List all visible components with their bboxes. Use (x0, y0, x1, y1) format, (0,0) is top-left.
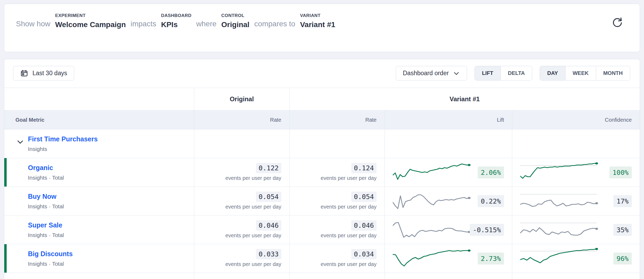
confidence-value: 35% (613, 224, 632, 236)
experiment-label: EXPERIMENT (55, 13, 126, 18)
lift-value: 2.06% (478, 166, 504, 178)
table-row: Big Discounts Insights · Total 0.033 eve… (4, 244, 640, 273)
control-label: CONTROL (221, 13, 250, 18)
control-rate-cell: 0.054 events per user per day (194, 187, 289, 215)
variant-rate-cell: 0.054 events per user per day (289, 187, 385, 215)
lift-cell: -0.515% (385, 215, 512, 244)
lift-value: -0.515% (470, 224, 504, 236)
dashboard-value[interactable]: KPIs (161, 21, 191, 29)
phrase-text: compares to (254, 20, 295, 29)
report-card: Last 30 days Dashboard order LIFT DELTA … (4, 59, 640, 279)
metric-cell: Big Discounts Insights · Total (4, 244, 194, 273)
confidence-cell: 17% (512, 187, 640, 215)
phrase-text: impacts (131, 20, 156, 29)
lift-cell: 2.06% (385, 158, 512, 187)
report-toolbar: Last 30 days Dashboard order LIFT DELTA … (4, 59, 640, 88)
lift-sparkline (393, 248, 473, 269)
control-rate-value: 0.033 (256, 249, 281, 259)
col-control-rate: Rate (194, 111, 289, 129)
metric-subtitle: Insights · Total (28, 261, 194, 267)
control-rate-cell: 0.122 events per user per day (194, 158, 289, 187)
variant-value[interactable]: Variant #1 (300, 21, 335, 29)
dashboard-order-dropdown[interactable]: Dashboard order (396, 66, 467, 81)
date-range-button[interactable]: Last 30 days (13, 66, 74, 81)
parent-metric-cell: First Time Purchasers Insights (4, 129, 194, 158)
parent-metric-link[interactable]: First Time Purchasers (28, 135, 98, 143)
metric-subtitle: Insights · Total (28, 203, 194, 210)
metric-link[interactable]: Big Discounts (28, 250, 73, 258)
toggle-day[interactable]: DAY (540, 66, 565, 80)
metric-subtitle: Insights · Total (28, 232, 194, 238)
chevron-down-icon (453, 70, 460, 77)
experiment-selector[interactable]: EXPERIMENT Welcome Campaign (55, 13, 126, 29)
table-row: Buy Now Insights · Total 0.054 events pe… (4, 187, 640, 215)
control-value[interactable]: Original (221, 21, 250, 29)
variant-label: VARIANT (300, 13, 335, 18)
dashboard-order-label: Dashboard order (403, 70, 449, 77)
lift-sparkline (393, 162, 473, 183)
col-confidence: Confidence (512, 111, 640, 129)
metric-link[interactable]: Buy Now (28, 193, 56, 200)
variant-rate-value: 0.124 (351, 163, 377, 173)
control-rate-cell: 0.046 events per user per day (194, 215, 289, 244)
toggle-lift[interactable]: LIFT (475, 66, 500, 80)
dashboard-selector[interactable]: DASHBOARD KPIs (161, 13, 191, 29)
rate-unit: events per user per day (194, 175, 281, 181)
table-row: Super Sale Insights · Total 0.046 events… (4, 215, 640, 244)
group-header-variant: Variant #1 (289, 88, 640, 110)
table-row-partial (4, 273, 640, 279)
lift-sparkline (393, 191, 473, 212)
group-header-control: Original (194, 88, 289, 110)
control-rate-value: 0.122 (256, 163, 281, 173)
confidence-sparkline (520, 248, 601, 269)
granularity-toggle: DAY WEEK MONTH (540, 66, 630, 81)
experiment-phrase: Show how EXPERIMENT Welcome Campaign imp… (4, 4, 640, 29)
metric-cell: Organic Insights · Total (4, 158, 194, 187)
lift-value: 0.22% (478, 195, 504, 207)
toggle-delta[interactable]: DELTA (501, 66, 532, 80)
rate-unit: events per user per day (194, 204, 281, 210)
lift-sparkline (393, 219, 473, 240)
metric-subtitle: Insights · Total (28, 175, 194, 181)
variant-rate-cell: 0.124 events per user per day (289, 158, 385, 187)
rate-unit: events per user per day (290, 261, 377, 267)
collapse-chevron-icon[interactable] (16, 138, 24, 146)
metric-link[interactable]: Super Sale (28, 221, 62, 229)
col-lift: Lift (385, 111, 512, 129)
metric-cell: Buy Now Insights · Total (4, 187, 194, 215)
col-variant-rate: Rate (289, 111, 385, 129)
variant-rate-value: 0.046 (351, 220, 377, 231)
group-header-empty (4, 88, 194, 110)
variant-rate-cell: 0.034 events per user per day (289, 244, 385, 273)
experiment-header-card: Show how EXPERIMENT Welcome Campaign imp… (4, 4, 640, 52)
rate-unit: events per user per day (290, 175, 377, 181)
table-row-parent: First Time Purchasers Insights (4, 129, 640, 158)
confidence-sparkline (520, 191, 601, 212)
refresh-icon (610, 16, 624, 29)
confidence-cell: 100% (512, 158, 640, 187)
refresh-button[interactable] (610, 16, 624, 29)
metric-cell: Super Sale Insights · Total (4, 215, 194, 244)
confidence-value: 96% (613, 252, 632, 264)
control-selector[interactable]: CONTROL Original (221, 13, 250, 29)
control-rate-value: 0.046 (256, 220, 281, 231)
phrase-text: Show how (16, 20, 50, 29)
variant-rate-value: 0.054 (351, 192, 377, 202)
lift-cell: 2.73% (385, 244, 512, 273)
lift-cell: 0.22% (385, 187, 512, 215)
dashboard-label: DASHBOARD (161, 13, 191, 18)
confidence-cell: 96% (512, 244, 640, 273)
confidence-value: 17% (613, 195, 632, 207)
rate-unit: events per user per day (290, 233, 377, 239)
table-column-header: Goal Metric Rate Rate Lift Confidence (4, 110, 640, 129)
toggle-week[interactable]: WEEK (565, 66, 596, 80)
variant-selector[interactable]: VARIANT Variant #1 (300, 13, 335, 29)
rate-unit: events per user per day (290, 204, 377, 210)
date-range-label: Last 30 days (32, 70, 67, 77)
metric-link[interactable]: Organic (28, 164, 53, 172)
confidence-sparkline (520, 162, 601, 183)
lift-value: 2.73% (478, 252, 504, 264)
experiment-value[interactable]: Welcome Campaign (55, 21, 126, 29)
toggle-month[interactable]: MONTH (596, 66, 630, 80)
rate-unit: events per user per day (194, 261, 281, 267)
